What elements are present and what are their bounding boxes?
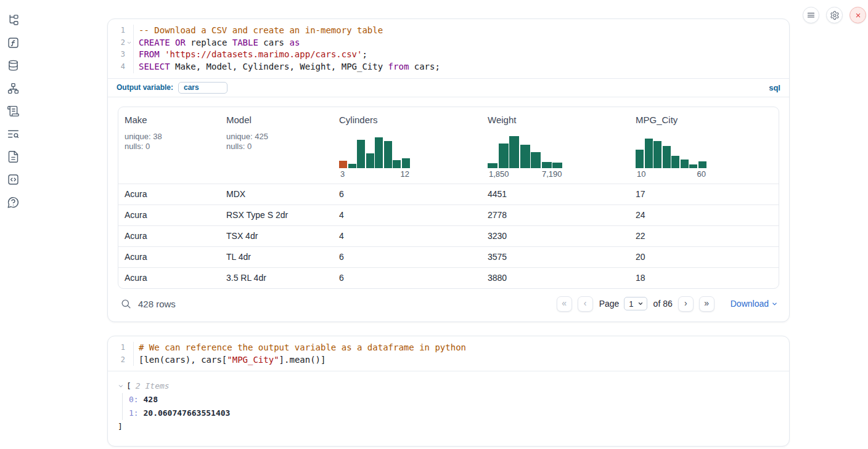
dependency-graph-icon: [7, 82, 20, 95]
table-row: AcuraMDX6445117: [118, 184, 779, 205]
sidebar: [0, 13, 27, 209]
scroll-icon: [7, 105, 20, 118]
table-row: AcuraRSX Type S 2dr4277824: [118, 205, 779, 226]
histogram-bar: [653, 141, 661, 168]
table-cell: MDX: [220, 184, 333, 204]
table-cell: 24: [629, 205, 779, 225]
output-variable-label: Output variable:: [117, 83, 173, 92]
histogram-bar: [348, 164, 356, 168]
collapse-chevron-icon[interactable]: [118, 383, 126, 389]
shutdown-button[interactable]: [850, 7, 866, 23]
close-icon: [854, 11, 862, 20]
sql-editor[interactable]: 1 -- Download a CSV and create an in-mem…: [108, 19, 789, 78]
python-editor[interactable]: 1 # We can reference the output variable…: [108, 336, 789, 371]
notebook: 1 -- Download a CSV and create an in-mem…: [107, 18, 790, 447]
table-cell: 3.5 RL 4dr: [220, 268, 333, 288]
line-number: 3: [108, 49, 134, 61]
row-count: 428 rows: [138, 299, 176, 309]
table-search-button[interactable]: [119, 297, 133, 311]
list-tree-view: [2 Items 0: 428 1: 20.060747663551403 ]: [118, 379, 779, 434]
sidebar-documentation-button[interactable]: [7, 150, 20, 163]
prev-page-button[interactable]: ‹: [578, 296, 593, 312]
column-name[interactable]: Weight: [488, 115, 516, 125]
table-cell: 6: [333, 247, 481, 267]
sidebar-snippets-button[interactable]: [7, 172, 20, 186]
first-page-button[interactable]: «: [557, 296, 572, 312]
sidebar-datasources-button[interactable]: [7, 59, 20, 72]
data-table: Makeunique: 38nulls: 0Modelunique: 425nu…: [118, 107, 779, 289]
table-cell: 6: [333, 184, 481, 204]
fold-slot: [125, 356, 133, 364]
list-item: 1: 20.060747663551403: [129, 407, 779, 420]
histogram-min-label: 10: [637, 169, 645, 179]
histogram-bar: [663, 146, 671, 168]
code-square-icon: [7, 173, 20, 186]
menu-button[interactable]: [803, 7, 819, 23]
fold-chevron-icon[interactable]: [125, 39, 133, 47]
language-badge[interactable]: sql: [769, 83, 780, 92]
items-count: 2 Items: [136, 379, 170, 393]
fold-slot: [125, 51, 133, 59]
histogram-bar: [681, 160, 689, 168]
last-page-button[interactable]: »: [699, 296, 714, 312]
table-cell: 17: [629, 184, 779, 204]
line-number: 1: [108, 342, 134, 354]
sql-cell: 1 -- Download a CSV and create an in-mem…: [107, 18, 790, 322]
histogram-max-label: 60: [697, 169, 706, 179]
line-number: 1: [108, 25, 134, 37]
table-cell: 3575: [481, 247, 629, 267]
table-column-header: Modelunique: 425nulls: 0: [220, 107, 333, 184]
close-bracket: ]: [118, 420, 779, 434]
column-summary: unique: 38nulls: 0: [125, 132, 162, 152]
page-select[interactable]: 1: [624, 297, 647, 310]
column-histogram: 1,8507,190: [488, 136, 563, 179]
column-name[interactable]: MPG_City: [636, 115, 678, 125]
chevron-down-icon: [771, 301, 778, 307]
sidebar-help-chat-button[interactable]: [7, 195, 20, 209]
histogram-bar: [402, 158, 410, 168]
page-of-label: of 86: [653, 299, 673, 309]
python-output: [2 Items 0: 428 1: 20.060747663551403 ]: [108, 371, 789, 446]
sidebar-logs-button[interactable]: [7, 127, 20, 140]
histogram-bar: [552, 163, 562, 168]
fold-slot: [125, 63, 133, 71]
column-name[interactable]: Cylinders: [339, 115, 378, 125]
search-icon: [120, 298, 132, 310]
python-cell: 1 # We can reference the output variable…: [107, 336, 790, 447]
sidebar-dependency-graph-button[interactable]: [7, 81, 20, 95]
sidebar-scratchpad-button[interactable]: [7, 104, 20, 118]
histogram-bar: [636, 150, 644, 168]
line-number: 2: [108, 354, 134, 366]
line-number: 2: [108, 37, 134, 49]
question-bubble-icon: [7, 196, 20, 209]
column-summary: unique: 425nulls: 0: [226, 132, 268, 152]
output-variable-row: Output variable: sql: [108, 78, 789, 97]
table-cell: Acura: [118, 184, 220, 204]
table-cell: Acura: [118, 247, 220, 267]
table-cell: 18: [629, 268, 779, 288]
table-column-header: Cylinders 312: [333, 107, 481, 184]
code-line: 1 # We can reference the output variable…: [108, 342, 789, 354]
column-name[interactable]: Make: [125, 115, 147, 125]
next-page-button[interactable]: ›: [678, 296, 694, 312]
settings-button[interactable]: [826, 7, 843, 23]
table-row: AcuraTL 4dr6357520: [118, 247, 779, 268]
fold-slot: [125, 344, 133, 352]
output-variable-input[interactable]: [178, 82, 227, 94]
column-histogram: 312: [339, 136, 411, 179]
table-footer: 428 rows « ‹ Page 1 of 86 › » Download: [118, 289, 779, 317]
column-name[interactable]: Model: [226, 115, 252, 125]
chevron-down-icon: [637, 301, 644, 307]
sidebar-file-tree-button[interactable]: [7, 13, 20, 26]
variables-icon: [7, 36, 20, 49]
histogram-bar: [645, 139, 653, 168]
table-cell: RSX Type S 2dr: [220, 205, 333, 225]
table-cell: 6: [333, 268, 481, 288]
sidebar-variables-button[interactable]: [7, 36, 20, 49]
table-cell: Acura: [118, 205, 220, 225]
histogram-bar: [698, 161, 706, 168]
table-cell: 4451: [481, 184, 629, 204]
download-button[interactable]: Download: [731, 299, 778, 309]
histogram-bar: [375, 137, 383, 168]
histogram-max-label: 12: [401, 169, 409, 179]
